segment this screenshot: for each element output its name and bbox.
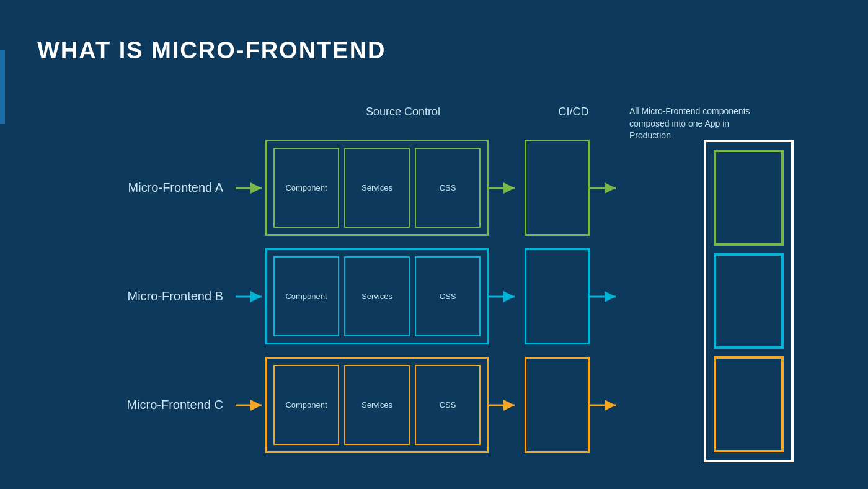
row-b: Micro-Frontend B Component Services CSS (37, 248, 619, 344)
row-a-label: Micro-Frontend A (37, 181, 236, 195)
arrow-b-to-cicd (489, 290, 518, 303)
cicd-box-b (525, 248, 590, 344)
row-a: Micro-Frontend A Component Services CSS (37, 140, 619, 236)
css-c: CSS (415, 365, 480, 445)
cicd-box-a (525, 140, 590, 236)
services-b: Services (344, 256, 410, 336)
arrow-b-to-prod (590, 290, 619, 303)
arrow-a-to-cicd (489, 182, 518, 194)
arrow-c-to-source (236, 399, 265, 411)
production-description: All Micro-Frontend components composed i… (629, 105, 753, 142)
css-b: CSS (415, 256, 480, 336)
arrow-c-to-prod (590, 399, 619, 411)
prod-item-b (714, 253, 784, 349)
slide-accent (0, 50, 5, 124)
component-b: Component (273, 256, 339, 336)
diagram-area: Source Control CI/CD All Micro-Frontend … (37, 105, 831, 478)
prod-item-a (714, 150, 784, 246)
arrow-b-to-source (236, 290, 265, 303)
page-title: WHAT IS MICRO-FRONTEND (37, 37, 386, 64)
row-c-label: Micro-Frontend C (37, 398, 236, 412)
source-box-b: Component Services CSS (265, 248, 489, 344)
component-a: Component (273, 148, 339, 228)
prod-item-c (714, 356, 784, 452)
source-box-c: Component Services CSS (265, 357, 489, 453)
arrow-c-to-cicd (489, 399, 518, 411)
row-b-label: Micro-Frontend B (37, 289, 236, 303)
services-a: Services (344, 148, 410, 228)
cicd-header: CI/CD (536, 105, 611, 119)
arrow-a-to-source (236, 182, 265, 194)
component-c: Component (273, 365, 339, 445)
row-c: Micro-Frontend C Component Services CSS (37, 357, 619, 453)
source-box-a: Component Services CSS (265, 140, 489, 236)
source-control-header: Source Control (285, 105, 521, 119)
services-c: Services (344, 365, 410, 445)
css-a: CSS (415, 148, 480, 228)
cicd-box-c (525, 357, 590, 453)
production-box (704, 140, 794, 462)
arrow-a-to-prod (590, 182, 619, 194)
